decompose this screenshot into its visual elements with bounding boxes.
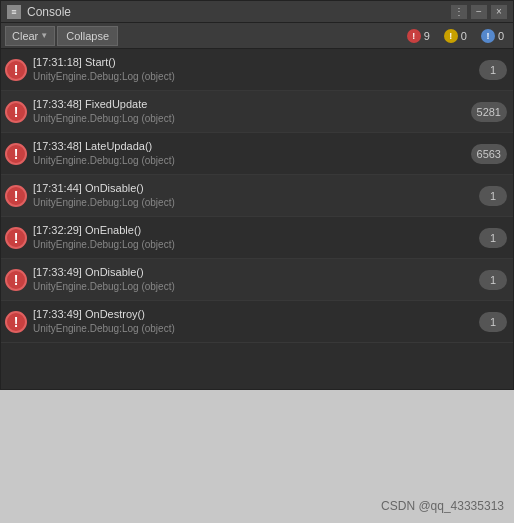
minimize-button[interactable]: − [471, 5, 487, 19]
log-source: UnityEngine.Debug:Log (object) [33, 238, 473, 252]
log-error-icon: ! [5, 227, 27, 249]
clear-button[interactable]: Clear ▼ [5, 26, 55, 46]
log-item[interactable]: ![17:33:48] FixedUpdateUnityEngine.Debug… [1, 91, 513, 133]
console-window: ≡ Console ⋮ − × Clear ▼ Collapse ! 9 ! 0 [0, 0, 514, 390]
log-item[interactable]: ![17:33:49] OnDestroy()UnityEngine.Debug… [1, 301, 513, 343]
menu-button[interactable]: ⋮ [451, 5, 467, 19]
toolbar: Clear ▼ Collapse ! 9 ! 0 ! 0 [1, 23, 513, 49]
clear-label: Clear [12, 30, 38, 42]
log-count-badge: 1 [479, 186, 507, 206]
error-badge-icon: ! [407, 29, 421, 43]
warn-badge-icon: ! [444, 29, 458, 43]
log-item[interactable]: ![17:33:49] OnDisable()UnityEngine.Debug… [1, 259, 513, 301]
log-count-badge: 1 [479, 312, 507, 332]
log-count-badge: 1 [479, 270, 507, 290]
log-content: [17:33:48] LateUpdada()UnityEngine.Debug… [33, 139, 465, 168]
log-count-badge: 5281 [471, 102, 507, 122]
collapse-label: Collapse [66, 30, 109, 42]
error-badge[interactable]: ! 9 [402, 27, 435, 45]
close-button[interactable]: × [491, 5, 507, 19]
clear-dropdown-arrow: ▼ [40, 31, 48, 40]
watermark: CSDN @qq_43335313 [381, 499, 504, 513]
console-icon: ≡ [7, 5, 21, 19]
log-content: [17:33:48] FixedUpdateUnityEngine.Debug:… [33, 97, 465, 126]
log-source: UnityEngine.Debug:Log (object) [33, 112, 465, 126]
log-error-icon: ! [5, 269, 27, 291]
log-content: [17:31:44] OnDisable()UnityEngine.Debug:… [33, 181, 473, 210]
badge-group: ! 9 ! 0 ! 0 [402, 27, 509, 45]
log-item[interactable]: ![17:33:48] LateUpdada()UnityEngine.Debu… [1, 133, 513, 175]
log-content: [17:33:49] OnDisable()UnityEngine.Debug:… [33, 265, 473, 294]
log-count-badge: 6563 [471, 144, 507, 164]
window-title: Console [27, 5, 445, 19]
log-title: [17:33:48] LateUpdada() [33, 139, 465, 154]
log-list[interactable]: ![17:31:18] Start()UnityEngine.Debug:Log… [1, 49, 513, 389]
warn-badge[interactable]: ! 0 [439, 27, 472, 45]
log-item[interactable]: ![17:32:29] OnEnable()UnityEngine.Debug:… [1, 217, 513, 259]
log-count-badge: 1 [479, 60, 507, 80]
log-source: UnityEngine.Debug:Log (object) [33, 322, 473, 336]
log-source: UnityEngine.Debug:Log (object) [33, 70, 473, 84]
log-error-icon: ! [5, 185, 27, 207]
log-item[interactable]: ![17:31:18] Start()UnityEngine.Debug:Log… [1, 49, 513, 91]
error-count: 9 [424, 30, 430, 42]
log-error-icon: ! [5, 59, 27, 81]
log-title: [17:31:44] OnDisable() [33, 181, 473, 196]
log-title: [17:33:48] FixedUpdate [33, 97, 465, 112]
log-count-badge: 1 [479, 228, 507, 248]
log-content: [17:33:49] OnDestroy()UnityEngine.Debug:… [33, 307, 473, 336]
log-error-icon: ! [5, 143, 27, 165]
log-error-icon: ! [5, 101, 27, 123]
title-controls: ⋮ − × [451, 5, 507, 19]
log-content: [17:32:29] OnEnable()UnityEngine.Debug:L… [33, 223, 473, 252]
log-title: [17:33:49] OnDisable() [33, 265, 473, 280]
log-source: UnityEngine.Debug:Log (object) [33, 154, 465, 168]
collapse-button[interactable]: Collapse [57, 26, 118, 46]
log-source: UnityEngine.Debug:Log (object) [33, 196, 473, 210]
log-title: [17:31:18] Start() [33, 55, 473, 70]
log-item[interactable]: ![17:31:44] OnDisable()UnityEngine.Debug… [1, 175, 513, 217]
log-title: [17:33:49] OnDestroy() [33, 307, 473, 322]
info-badge[interactable]: ! 0 [476, 27, 509, 45]
info-badge-icon: ! [481, 29, 495, 43]
info-count: 0 [498, 30, 504, 42]
log-source: UnityEngine.Debug:Log (object) [33, 280, 473, 294]
title-bar: ≡ Console ⋮ − × [1, 1, 513, 23]
log-title: [17:32:29] OnEnable() [33, 223, 473, 238]
log-error-icon: ! [5, 311, 27, 333]
log-content: [17:31:18] Start()UnityEngine.Debug:Log … [33, 55, 473, 84]
warn-count: 0 [461, 30, 467, 42]
bottom-area: CSDN @qq_43335313 [0, 390, 514, 523]
